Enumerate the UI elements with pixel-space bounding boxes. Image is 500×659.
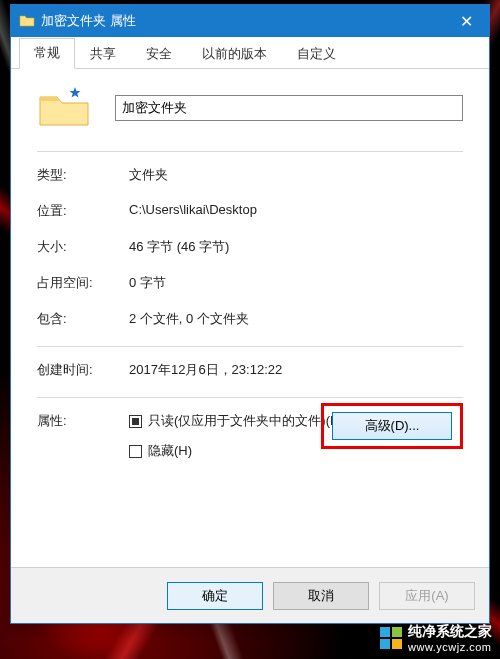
- properties-dialog: 加密文件夹 属性 ✕ 常规 共享 安全 以前的版本 自定义: [10, 4, 490, 624]
- hidden-label: 隐藏(H): [148, 442, 192, 460]
- watermark-url: www.ycwjz.com: [408, 641, 492, 653]
- advanced-highlight: 高级(D)...: [321, 403, 463, 449]
- readonly-label: 只读(仅应用于文件夹中的文件)(R): [148, 412, 344, 430]
- sizeondisk-label: 占用空间:: [37, 274, 129, 292]
- divider: [37, 151, 463, 152]
- watermark: 纯净系统之家 www.ycwjz.com: [380, 623, 492, 653]
- close-button[interactable]: ✕: [443, 5, 489, 37]
- contains-value: 2 个文件, 0 个文件夹: [129, 310, 463, 328]
- sizeondisk-value: 0 字节: [129, 274, 463, 292]
- tab-content: 类型: 文件夹 位置: C:\Users\likai\Desktop 大小: 4…: [11, 69, 489, 567]
- titlebar[interactable]: 加密文件夹 属性 ✕: [11, 5, 489, 37]
- size-label: 大小:: [37, 238, 129, 256]
- folder-name-input[interactable]: [115, 95, 463, 121]
- tab-custom[interactable]: 自定义: [282, 39, 351, 69]
- hidden-checkbox[interactable]: 隐藏(H): [129, 442, 192, 460]
- watermark-logo-icon: [380, 627, 402, 649]
- contains-label: 包含:: [37, 310, 129, 328]
- close-icon: ✕: [460, 12, 473, 31]
- created-label: 创建时间:: [37, 361, 129, 379]
- tab-previous[interactable]: 以前的版本: [187, 39, 282, 69]
- watermark-brand: 纯净系统之家: [408, 623, 492, 641]
- type-value: 文件夹: [129, 166, 463, 184]
- advanced-button[interactable]: 高级(D)...: [332, 412, 452, 440]
- dialog-footer: 确定 取消 应用(A): [11, 567, 489, 623]
- location-value: C:\Users\likai\Desktop: [129, 202, 463, 220]
- apply-button: 应用(A): [379, 582, 475, 610]
- location-label: 位置:: [37, 202, 129, 220]
- folder-large-icon: [37, 87, 91, 129]
- checkbox-indeterminate-icon: [129, 415, 142, 428]
- attributes-label: 属性:: [37, 412, 129, 430]
- ok-button[interactable]: 确定: [167, 582, 263, 610]
- svg-marker-0: [70, 87, 81, 98]
- cancel-button[interactable]: 取消: [273, 582, 369, 610]
- window-title: 加密文件夹 属性: [41, 12, 443, 30]
- created-value: 2017年12月6日，23:12:22: [129, 361, 463, 379]
- folder-icon: [19, 13, 35, 29]
- tab-strip: 常规 共享 安全 以前的版本 自定义: [11, 37, 489, 69]
- divider: [37, 346, 463, 347]
- tab-sharing[interactable]: 共享: [75, 39, 131, 69]
- size-value: 46 字节 (46 字节): [129, 238, 463, 256]
- tab-general[interactable]: 常规: [19, 38, 75, 69]
- tab-security[interactable]: 安全: [131, 39, 187, 69]
- checkbox-empty-icon: [129, 445, 142, 458]
- readonly-checkbox[interactable]: 只读(仅应用于文件夹中的文件)(R): [129, 412, 344, 430]
- divider: [37, 397, 463, 398]
- type-label: 类型:: [37, 166, 129, 184]
